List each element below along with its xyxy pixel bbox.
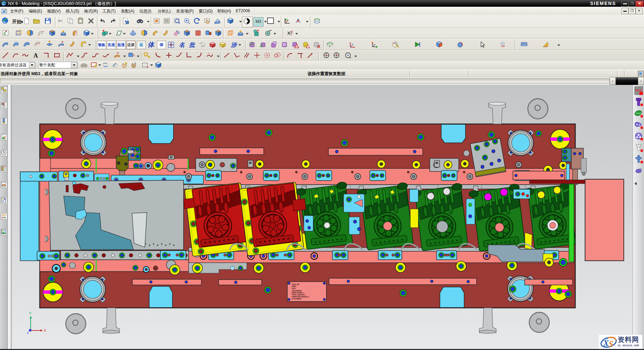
svg-text:CUSTOMER:: CUSTOMER: [292, 298, 302, 300]
svg-text:!: ! [296, 45, 297, 48]
svg-text:X: X [44, 328, 46, 332]
svg-text:SIZE:: SIZE: [292, 287, 296, 289]
svg-text:THICKNESS:: THICKNESS: [292, 290, 302, 292]
svg-text:PROD MODEL |: PROD MODEL | [292, 292, 304, 294]
svg-text:Torpedo: Torpedo [635, 113, 641, 114]
svg-text:S: S [609, 340, 613, 349]
svg-text:A: A [34, 52, 38, 59]
svg-text:Y: Y [29, 311, 32, 315]
svg-text:KEY: KEY [635, 89, 642, 92]
svg-text:PART:: PART: [292, 285, 297, 287]
svg-text:TOOL NO:: TOOL NO: [292, 283, 300, 285]
svg-text:X: X [287, 31, 290, 36]
svg-text:Z: Z [27, 331, 29, 335]
svg-text:i: i [125, 19, 126, 23]
svg-text:Pᶬ: Pᶬ [201, 45, 205, 48]
svg-text:TOTAL WEIGHT |: TOTAL WEIGHT | [292, 294, 305, 296]
svg-text:✄: ✄ [58, 18, 63, 24]
svg-text:Cº: Cº [199, 42, 202, 45]
svg-text:UPPER DIE WEIGHT |: UPPER DIE WEIGHT | [292, 296, 309, 298]
